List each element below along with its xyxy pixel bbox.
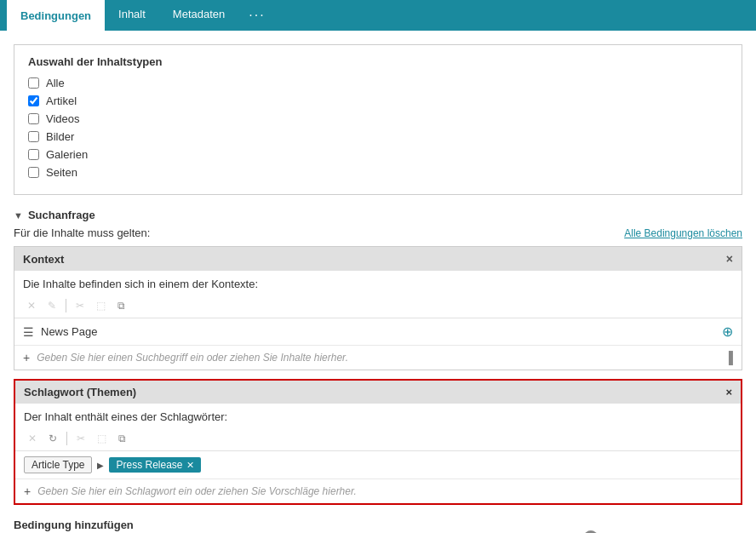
checkbox-galerien-label: Galerien xyxy=(46,148,88,161)
toolbar-divider-1 xyxy=(66,299,66,312)
tag-chip-label: Press Release xyxy=(116,459,182,471)
checkbox-videos-input[interactable] xyxy=(28,113,39,124)
schlagwort-search-row: + Geben Sie hier ein Schlagwort ein oder… xyxy=(15,479,741,503)
bedingung-left: Bedingung hinzufügen auswählen... ▾ xyxy=(14,519,134,533)
checkbox-videos-label: Videos xyxy=(46,112,80,125)
checkbox-alle-input[interactable] xyxy=(28,77,39,89)
page-icon: ☰ xyxy=(23,325,34,339)
kontext-toolbar: ✕ ✎ ✂ ⬚ ⧉ xyxy=(14,294,742,318)
inhaltstypen-title: Auswahl der Inhaltstypen xyxy=(28,55,728,68)
kontext-search-row: + Geben Sie hier einen Suchbegriff ein o… xyxy=(14,346,742,370)
kontext-subtitle: Die Inhalte befinden sich in einem der K… xyxy=(14,271,742,294)
schlagwort-header: Schlagwort (Themen) × xyxy=(15,381,741,404)
chevron-icon: ▼ xyxy=(14,210,23,221)
toolbar-divider-2 xyxy=(66,432,67,445)
main-content: Auswahl der Inhaltstypen Alle Artikel Vi… xyxy=(0,31,756,533)
tab-bedingungen[interactable]: Bedingungen xyxy=(7,0,105,31)
cut-icon: ✂ xyxy=(72,297,89,314)
checkbox-artikel-input[interactable] xyxy=(28,95,39,106)
checkbox-artikel-label: Artikel xyxy=(46,95,77,107)
checkbox-seiten[interactable]: Seiten xyxy=(28,166,728,179)
checkbox-bilder-input[interactable] xyxy=(28,131,39,142)
fuer-die-inhalte-row: Für die Inhalte muss gelten: Alle Beding… xyxy=(14,226,742,239)
tab-bar: Bedingungen Inhalt Metadaten ··· xyxy=(0,0,756,31)
checkbox-bilder-label: Bilder xyxy=(46,130,74,143)
schlagwort-refresh-icon[interactable]: ↻ xyxy=(44,430,61,447)
schlagwort-search-hint: Geben Sie hier ein Schlagwort ein oder z… xyxy=(37,485,357,497)
schlagwort-title: Schlagwort (Themen) xyxy=(24,386,136,398)
kontext-box: Kontext × Die Inhalte befinden sich in e… xyxy=(14,246,742,370)
kontext-header: Kontext × xyxy=(14,247,742,271)
schlagwort-cut-icon: ✂ xyxy=(72,430,89,447)
news-page-label: News Page xyxy=(41,325,722,338)
tag-arrow-icon: ▶ xyxy=(97,461,104,470)
hilfe-link[interactable]: ? Hilfe zu Bedingungen anzeigen xyxy=(584,530,742,534)
suchanfrage-header: ▼ Suchanfrage xyxy=(14,209,742,221)
tag-chip-close-button[interactable]: ✕ xyxy=(186,460,194,471)
bar-chart-icon: ▐ xyxy=(724,351,733,364)
copy-icon: ⬚ xyxy=(92,297,109,314)
checkbox-seiten-label: Seiten xyxy=(46,166,77,179)
fuer-die-inhalte-label: Für die Inhalte muss gelten: xyxy=(14,226,150,239)
checkbox-alle-label: Alle xyxy=(46,77,65,89)
tab-inhalt[interactable]: Inhalt xyxy=(105,0,159,31)
delete-icon: ✕ xyxy=(23,297,40,314)
tags-row: Article Type ▶ Press Release ✕ xyxy=(15,451,741,479)
section-suchanfrage: ▼ Suchanfrage Für die Inhalte muss gelte… xyxy=(14,209,742,505)
checkbox-seiten-input[interactable] xyxy=(28,167,39,178)
kontext-title: Kontext xyxy=(23,253,64,266)
checkbox-artikel[interactable]: Artikel xyxy=(28,95,728,107)
bedingung-section: Bedingung hinzufügen auswählen... ▾ ? Hi… xyxy=(14,519,742,533)
checkbox-videos[interactable]: Videos xyxy=(28,112,728,125)
alle-bedingungen-button[interactable]: Alle Bedingungen löschen xyxy=(624,227,742,239)
checkbox-bilder[interactable]: Bilder xyxy=(28,130,728,143)
schlagwort-box: Schlagwort (Themen) × Der Inhalt enthält… xyxy=(14,379,742,505)
globe-icon[interactable]: ⊕ xyxy=(722,324,733,340)
tab-metadaten[interactable]: Metadaten xyxy=(159,0,238,31)
schlagwort-close-button[interactable]: × xyxy=(725,386,732,398)
schlagwort-subtitle: Der Inhalt enthält eines der Schlagwörte… xyxy=(15,404,741,427)
checkbox-galerien[interactable]: Galerien xyxy=(28,148,728,161)
paste-icon[interactable]: ⧉ xyxy=(112,297,129,314)
kontext-close-button[interactable]: × xyxy=(726,252,733,266)
schlagwort-paste-icon[interactable]: ⧉ xyxy=(113,430,130,447)
tab-more[interactable]: ··· xyxy=(238,1,275,30)
edit-icon: ✎ xyxy=(43,297,60,314)
checkbox-galerien-input[interactable] xyxy=(28,149,39,160)
tag-type-label: Article Type xyxy=(24,456,92,473)
news-page-row: ☰ News Page ⊕ xyxy=(14,318,742,346)
add-icon[interactable]: + xyxy=(23,351,30,364)
bedingung-title: Bedingung hinzufügen xyxy=(14,519,134,531)
suchanfrage-title: Suchanfrage xyxy=(28,209,95,221)
schlagwort-delete-icon: ✕ xyxy=(24,430,41,447)
schlagwort-add-icon[interactable]: + xyxy=(24,484,31,498)
kontext-search-hint: Geben Sie hier einen Suchbegriff ein ode… xyxy=(37,352,348,364)
help-circle-icon: ? xyxy=(584,530,598,534)
schlagwort-copy-icon: ⬚ xyxy=(93,430,110,447)
section-inhaltstypen: Auswahl der Inhaltstypen Alle Artikel Vi… xyxy=(14,44,742,195)
tag-chip-press-release[interactable]: Press Release ✕ xyxy=(109,457,200,473)
schlagwort-toolbar: ✕ ↻ ✂ ⬚ ⧉ xyxy=(15,427,741,451)
checkbox-alle[interactable]: Alle xyxy=(28,77,728,89)
